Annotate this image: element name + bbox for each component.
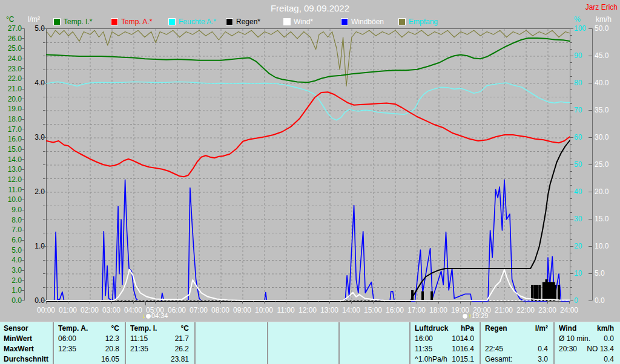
minor-tick-humidity [570, 89, 572, 90]
axis-tick-wind_kmh [589, 83, 592, 83]
minor-tick-humidity [570, 151, 572, 152]
cell-value [195, 334, 262, 344]
x-axis-label: 15:00 [364, 306, 382, 314]
axis-tick-label-wind_kmh: 30.0 [595, 134, 608, 141]
legend-item-2: Feuchte A.* [168, 18, 216, 26]
axis-tick-temp_c [21, 119, 24, 120]
sunset-tick [470, 301, 471, 305]
axis-tick-label-humidity_pct: 70 [574, 107, 582, 114]
x-hour-tick [46, 301, 47, 304]
minor-tick-rain [43, 287, 45, 288]
legend-label: Feuchte A.* [179, 18, 216, 26]
axis-tick-wind_kmh [589, 273, 592, 274]
x-hour-tick [220, 301, 221, 304]
axis-tick-label-temp_c: 23.0 [8, 65, 22, 72]
rain-rate-bar [538, 285, 541, 301]
minor-tick-humidity [570, 185, 572, 186]
x-axis-label: 01:00 [59, 306, 77, 314]
minor-tick-humidity [570, 287, 572, 288]
x-halfhour-tick [362, 301, 363, 302]
axis-tick-label-humidity_pct: 100 [574, 25, 586, 32]
col-header-unit: °C [125, 323, 189, 334]
legend-swatch-icon [111, 18, 118, 25]
axis-tick-temp_c [21, 129, 24, 129]
axis-tick-label-wind_kmh: 40.0 [595, 80, 608, 86]
x-hour-tick [286, 301, 286, 304]
axis-tick-temp_c [21, 230, 24, 230]
x-halfhour-tick [515, 301, 515, 302]
axis-tick-wind_kmh [589, 56, 592, 56]
axis-line-temp_c [24, 28, 25, 301]
axis-tick-humidity_pct [570, 110, 573, 111]
x-halfhour-tick [536, 301, 537, 302]
axis-tick-temp_c [21, 260, 24, 261]
minor-tick-humidity [570, 198, 572, 199]
x-halfhour-tick [231, 301, 232, 302]
x-axis-label: 05:00 [146, 306, 164, 314]
axis-tick-label-temp_c: 17.0 [8, 126, 22, 132]
axis-tick-humidity_pct [570, 219, 573, 219]
row-label: MinWert [4, 334, 52, 344]
x-hour-tick [395, 301, 395, 304]
axis-tick-humidity_pct [570, 164, 573, 165]
x-axis-label: 09:00 [233, 306, 251, 314]
axis-tick-humidity_pct [570, 137, 573, 138]
axis-tick-temp_c [21, 219, 24, 220]
minor-tick-humidity [570, 253, 572, 253]
axis-tick-wind_kmh [589, 28, 592, 29]
cell-value: 1016.4 [410, 344, 474, 354]
legend-swatch-icon [168, 18, 176, 25]
axis-tick-temp_c [21, 38, 24, 39]
x-halfhour-tick [144, 301, 145, 302]
minor-tick-rain [43, 70, 45, 70]
rain-rate-bar [430, 291, 433, 301]
x-halfhour-tick [101, 301, 101, 302]
axis-line-wind_kmh [592, 28, 593, 301]
x-axis-label: 10:00 [255, 306, 273, 314]
cell-value: 0.0 [554, 334, 614, 344]
date-title: Freitag, 09.09.2022 [0, 3, 620, 13]
minor-tick-rain [43, 206, 45, 206]
minor-tick-humidity [570, 62, 572, 63]
x-hour-tick [155, 301, 156, 304]
x-halfhour-tick [188, 301, 188, 302]
legend-item-5: Windböen [341, 18, 384, 26]
axis-tick-rain_lm2 [42, 28, 46, 29]
cell-value [195, 354, 262, 364]
axis-tick-label-temp_c: 26.0 [8, 35, 22, 42]
axis-tick-rain_lm2 [42, 137, 46, 138]
sun-icon [463, 314, 467, 319]
x-halfhour-tick [318, 301, 319, 302]
legend-swatch-icon [283, 18, 291, 25]
axis-tick-label-temp_c: 20.0 [8, 96, 22, 102]
axis-tick-temp_c [21, 109, 24, 109]
minor-tick-rain [43, 219, 45, 219]
axis-tick-label-humidity_pct: 20 [574, 243, 582, 250]
axis-tick-label-wind_kmh: 15.0 [595, 216, 608, 223]
x-axis-label: 11:00 [277, 306, 294, 314]
cell-value [339, 354, 404, 364]
legend-label: Wind* [294, 18, 313, 26]
x-halfhour-tick [79, 301, 79, 302]
legend-label: Regen* [236, 18, 260, 26]
chart-canvas [47, 29, 570, 301]
minor-tick-humidity [570, 35, 572, 36]
axis-tick-temp_c [21, 280, 24, 281]
axis-tick-humidity_pct [570, 56, 573, 56]
x-halfhour-tick [166, 301, 167, 302]
legend-label: Empfang [409, 18, 438, 26]
minor-tick-humidity [570, 103, 572, 104]
legend-swatch-icon [226, 18, 233, 25]
x-axis-label: 20:00 [473, 306, 491, 314]
col-header-unit: l/m² [480, 323, 548, 334]
x-hour-tick [199, 301, 199, 304]
x-halfhour-tick [297, 301, 297, 302]
axis-unit-wind: km/h [596, 15, 612, 24]
x-hour-tick [569, 301, 570, 304]
axis-tick-label-humidity_pct: 40 [574, 189, 582, 195]
axis-tick-label-wind_kmh: 25.0 [595, 161, 608, 168]
axis-tick-label-temp_c: 21.0 [8, 86, 22, 93]
x-hour-tick [177, 301, 177, 304]
x-axis-label: 23:00 [538, 306, 556, 314]
legend-swatch-icon [53, 18, 61, 25]
